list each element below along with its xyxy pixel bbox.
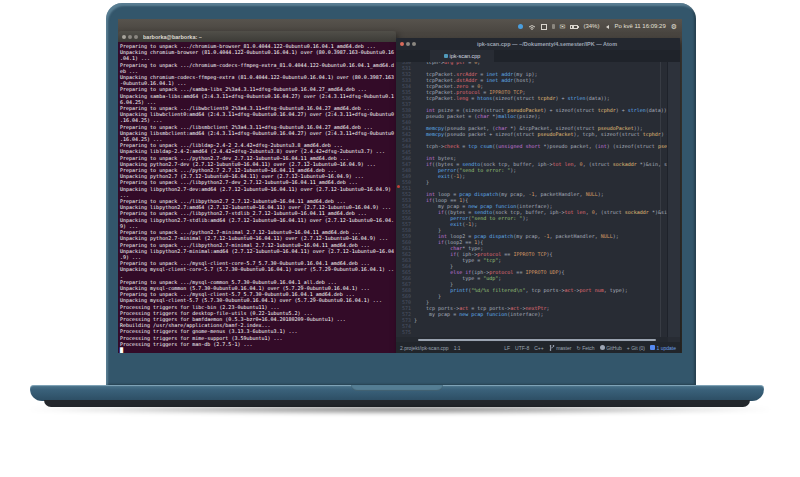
horizontal-scrollbar-thumb[interactable] [418, 339, 656, 341]
code-editor[interactable]: 530 tcph->urg_ptr = 0;531532 tcpPacket.s… [396, 62, 680, 337]
terminal-line: █ [120, 347, 394, 353]
terminal-line: Unpacking samba-libs:amd64 (2:4.3.11+dfs… [120, 93, 394, 99]
terminal-line: Preparing to unpack .../samba-libs_2%3a4… [120, 86, 394, 92]
status-language[interactable]: C++ [534, 345, 543, 351]
editor-scrollbar-track[interactable] [667, 62, 680, 337]
terminal-line: Unpacking libpython2.7-minimal:amd64 (2.… [120, 248, 394, 254]
bluetooth-icon[interactable] [552, 24, 555, 29]
git-modified-marker [397, 185, 400, 188]
terminal-line: Preparing to unpack .../libpython2.7-std… [120, 210, 394, 216]
status-branch[interactable]: master [549, 345, 572, 351]
mail-icon[interactable]: ✉ [560, 23, 566, 30]
wifi-icon[interactable] [528, 24, 536, 30]
atom-window: ipk-scan.cpp — ~/Dokumenty/4.semester/IP… [396, 38, 680, 353]
drop-shadow [28, 405, 772, 414]
code-lines: 530 tcph->urg_ptr = 0;531532 tcpPacket.s… [396, 62, 680, 335]
volume-icon[interactable] [604, 25, 609, 29]
atom-tab-bar: ipk-scan.cpp [396, 50, 680, 62]
clock[interactable]: Po kvě 11 16:09:29 [614, 21, 665, 32]
battery-percent: (34%) [583, 21, 599, 32]
github-icon [600, 345, 605, 350]
git-plus-icon: + [627, 345, 630, 351]
atom-minimize-button[interactable] [406, 42, 410, 46]
terminal-line: Preparing to unpack .../libpython2.7-min… [120, 242, 394, 248]
laptop-mockup: ✉ (34%) Po kvě 11 16:09:29 ⚙ barborka@ba… [0, 0, 800, 477]
desktop: ✉ (34%) Po kvě 11 16:09:29 ⚙ barborka@ba… [118, 19, 682, 353]
system-tray: ✉ (34%) Po kvě 11 16:09:29 ⚙ [518, 21, 677, 32]
atom-titlebar[interactable]: ipk-scan.cpp — ~/Dokumenty/4.semester/IP… [396, 38, 680, 50]
keyboard-indicator-icon[interactable] [541, 24, 547, 30]
cpp-file-icon [444, 54, 448, 58]
terminal-output[interactable]: Preparing to unpack .../chromium-browser… [118, 42, 396, 353]
code-line[interactable]: 542 memcpy(pseudo_packet + sizeof(struct… [396, 131, 680, 137]
status-updates[interactable]: 1 update [650, 345, 676, 351]
terminal-window: barborka@barborka: ~ Preparing to unpack… [118, 31, 396, 353]
terminal-line: Unpacking libpython2.7-dev:amd64 (2.7.12… [120, 186, 394, 192]
status-file-path[interactable]: 2.projekt/ipk-scan.cpp [400, 345, 449, 351]
status-fetch[interactable]: ↻ Fetch [576, 345, 594, 351]
code-line[interactable]: 544 tcph->check = tcp_csum((unsigned sho… [396, 143, 680, 149]
status-git-tab[interactable]: + Git (0) [627, 345, 645, 351]
atom-maximize-button[interactable] [412, 42, 416, 46]
terminal-line: Preparing to unpack .../libpython2.7-dev… [120, 179, 394, 185]
atom-title: ipk-scan.cpp — ~/Dokumenty/4.semester/IP… [418, 41, 676, 47]
laptop-base [30, 385, 764, 401]
terminal-line: Unpacking libpython2.7-stdlib:amd64 (2.7… [120, 217, 394, 223]
tab-label: ipk-scan.cpp [450, 53, 481, 59]
terminal-line: Unpacking libldap-2.4-2:amd64 (2.4.42+df… [120, 148, 394, 154]
status-github[interactable]: GitHub [600, 345, 622, 351]
code-line[interactable]: 575 [396, 329, 680, 335]
terminal-line: Preparing to unpack .../libsmbclient_2%3… [120, 124, 394, 130]
terminal-line: Unpacking mysql-client-5.7 (5.7.30-0ubun… [120, 297, 394, 303]
terminal-line: Unpacking chromium-browser (81.0.4044.12… [120, 49, 394, 55]
tab-ipk-scan[interactable]: ipk-scan.cpp [430, 50, 494, 62]
wrap-guide [660, 62, 661, 337]
session-gear-icon[interactable]: ⚙ [671, 23, 677, 30]
atom-status-bar: 2.projekt/ipk-scan.cpp 1:1 LF UTF-8 C++ … [396, 342, 680, 353]
terminal-titlebar[interactable]: barborka@barborka: ~ [118, 31, 396, 42]
app-indicator-icon[interactable] [518, 24, 523, 29]
terminal-line: Unpacking python2.7-minimal (2.7.12-1ubu… [120, 235, 394, 241]
branch-icon [549, 345, 555, 351]
sync-icon: ↻ [576, 345, 580, 351]
lid-notch [351, 385, 443, 391]
terminal-minimize-button[interactable] [128, 35, 132, 39]
battery-icon[interactable] [570, 25, 578, 29]
terminal-title: barborka@barborka: ~ [143, 34, 202, 40]
status-cursor-position[interactable]: 1:1 [454, 345, 461, 351]
status-line-ending[interactable]: LF [504, 345, 510, 351]
line-number: 575 [396, 329, 414, 335]
terminal-line: Unpacking mysql-client-core-5.7 (5.7.30-… [120, 266, 394, 272]
terminal-close-button[interactable] [122, 35, 126, 39]
terminal-line: Preparing to unpack .../chromium-codecs-… [120, 62, 394, 68]
laptop-lid: ✉ (34%) Po kvě 11 16:09:29 ⚙ barborka@ba… [106, 3, 696, 385]
terminal-maximize-button[interactable] [134, 35, 138, 39]
status-encoding[interactable]: UTF-8 [515, 345, 529, 351]
atom-close-button[interactable] [400, 42, 404, 46]
update-icon [650, 345, 655, 350]
